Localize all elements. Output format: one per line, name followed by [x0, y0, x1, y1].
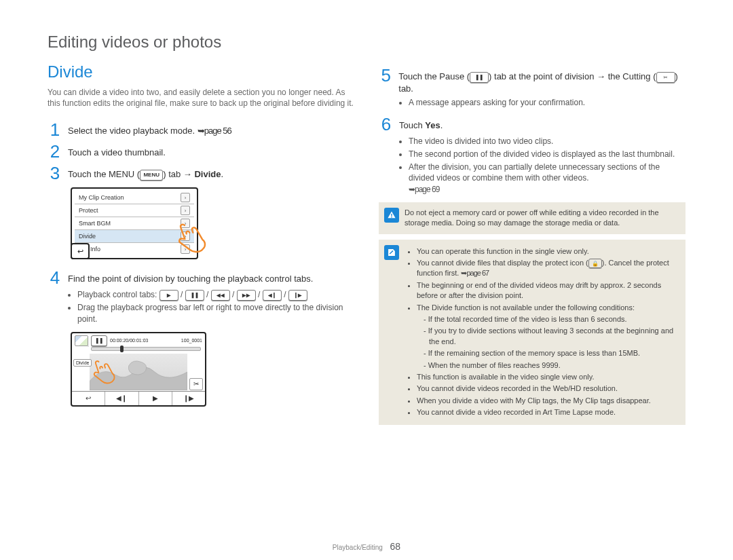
playback-control-tab-icon: ◀◀	[211, 290, 230, 301]
info-list: You can operate this function in the sin…	[405, 245, 679, 419]
progress-bar	[91, 347, 201, 351]
svg-point-2	[392, 250, 394, 252]
drag-progress-bullet: Drag the playback progress bar left or r…	[77, 302, 354, 325]
step-6-bold: Yes	[425, 120, 440, 130]
info-sub-bullet: When the number of files reaches 9999.	[429, 360, 679, 371]
svg-rect-0	[391, 214, 392, 217]
menu-row-label: Divide	[79, 233, 96, 240]
info-bullet: You can operate this function in the sin…	[417, 246, 679, 257]
step-6: 6 Touch Yes.	[379, 115, 685, 133]
step-3-mid: ) tab →	[163, 169, 194, 179]
menu-row: Protect›	[75, 204, 194, 217]
warning-text: Do not eject a memory card or power off …	[405, 208, 679, 229]
right-column: 5 Touch the Pause (❚❚) tab at the point …	[379, 62, 685, 430]
playback-control-tab-icon: ❚❚	[185, 290, 204, 301]
step-6-post: .	[440, 120, 443, 130]
playback-control-tab-icon: ▶	[159, 290, 178, 301]
step-text: Touch the MENU (MENU) tab → Divide.	[68, 164, 223, 181]
menu-row: My Clip Creation›	[75, 191, 194, 204]
two-column-layout: Divide You can divide a video into two, …	[48, 62, 685, 430]
step-1-text: Select the video playback mode.	[68, 126, 198, 136]
step-text: Touch a video thumbnail.	[68, 143, 166, 159]
step-number: 6	[379, 115, 394, 133]
info-bullet: The beginning or end of the divided vide…	[417, 280, 679, 301]
step-number: 2	[48, 143, 62, 160]
step-5-pre: Touch the Pause (	[398, 71, 470, 81]
section-heading: Divide	[48, 62, 354, 81]
svg-rect-1	[391, 217, 392, 217]
bullet-prefix: Playback control tabs:	[77, 290, 159, 299]
menu-screenshot: My Clip Creation›Protect›Smart BGM›Divid…	[71, 187, 198, 259]
pc-play-icon: ▶	[139, 392, 172, 405]
chevron-right-icon: ›	[181, 193, 190, 202]
playback-control-tab-icon: ◀❙	[263, 290, 282, 301]
info-bullet: You cannot divide files that display the…	[417, 258, 679, 279]
playback-control-tab-icon: ▶▶	[237, 290, 256, 301]
info-note: You can operate this function in the sin…	[379, 240, 685, 425]
info-bullet: The Divide function is not available und…	[417, 303, 679, 371]
footer-section: Playback/Editing	[333, 544, 383, 551]
info-sub-list: If the total recorded time of the video …	[417, 314, 679, 371]
step-3-pre: Touch the MENU (	[68, 169, 140, 179]
step-6-bullet: The second portion of the divided video …	[409, 149, 685, 160]
info-bullet: This function is available in the video …	[417, 372, 679, 382]
scissor-icon: ✂	[189, 378, 203, 390]
page-title: Editing videos or photos	[48, 33, 685, 52]
info-sub-bullet: If you try to divide sections without le…	[429, 326, 679, 347]
info-sub-bullet: If the total recorded time of the video …	[429, 314, 679, 324]
pause-tab-icon: ❚❚	[470, 72, 489, 83]
step-text: Select the video playback mode. ➥page 56	[68, 121, 231, 137]
step-5-mid: ) tab at the point of division → the Cut…	[489, 71, 656, 81]
step-text: Touch Yes.	[399, 115, 443, 132]
step-number: 4	[48, 269, 62, 286]
info-bullet: You cannot divide videos recorded in the…	[417, 384, 679, 394]
step-2: 2 Touch a video thumbnail.	[48, 143, 354, 160]
step-6-bullets: The video is divided into two video clip…	[398, 136, 685, 195]
info-bullet: You cannot divide a video recorded in Ar…	[417, 407, 679, 417]
playback-controls-bar: ↩ ◀❙ ▶ ❙▶	[72, 391, 205, 405]
page-ref: ➥page 69	[409, 185, 439, 194]
step-text: Find the point of division by touching t…	[68, 269, 313, 285]
pause-indicator-icon: ❚❚	[91, 335, 107, 346]
step-6-bullet-text: After the division, you can partially de…	[409, 162, 660, 183]
info-sub-bullet: If the remaining section of the memory s…	[429, 348, 679, 358]
step-4-bullets: Playback control tabs: ▶ / ❚❚ / ◀◀ / ▶▶ …	[67, 289, 354, 324]
pointing-hand-icon	[169, 216, 214, 267]
step-3: 3 Touch the MENU (MENU) tab → Divide.	[48, 164, 354, 182]
step-6-pre: Touch	[399, 120, 425, 130]
page-footer: Playback/Editing 68	[0, 541, 733, 552]
step-6-bullet: After the division, you can partially de…	[409, 162, 685, 195]
warning-icon	[384, 208, 399, 223]
progress-knob	[120, 346, 124, 352]
menu-row-label: Smart BGM	[79, 220, 111, 227]
step-text: Touch the Pause (❚❚) tab at the point of…	[398, 67, 685, 94]
menu-tab-icon: MENU	[140, 170, 163, 181]
step-number: 3	[48, 164, 62, 182]
step-6-bullet: The video is divided into two video clip…	[409, 136, 685, 147]
playback-counter: 00:00:20/00:01:03	[110, 338, 148, 343]
pc-next-icon: ❙▶	[172, 392, 205, 405]
left-column: Divide You can divide a video into two, …	[48, 62, 354, 430]
step-5: 5 Touch the Pause (❚❚) tab at the point …	[379, 67, 685, 94]
menu-row-label: My Clip Creation	[79, 194, 124, 201]
page-number: 68	[390, 541, 401, 552]
page-ref: ➥page 56	[198, 126, 231, 136]
playback-top-bar: ❚❚ 00:00:20/00:01:03 100_0001	[75, 335, 202, 346]
intro-paragraph: You can divide a video into two, and eas…	[48, 87, 354, 109]
step-number: 5	[379, 67, 393, 84]
step-5-bullets: A message appears asking for your confir…	[398, 97, 685, 109]
menu-row-label: Protect	[79, 207, 98, 214]
playback-screenshot: ❚❚ 00:00:20/00:01:03 100_0001 Divide	[71, 332, 206, 407]
protect-lock-icon: 🔒	[588, 259, 602, 268]
playback-filename: 100_0001	[181, 338, 202, 343]
info-icon	[384, 245, 399, 260]
playback-progress	[91, 347, 201, 351]
back-icon: ↩	[71, 243, 90, 259]
pc-prev-icon: ◀❙	[105, 392, 138, 405]
step-3-post: .	[221, 169, 223, 179]
chevron-right-icon: ›	[181, 206, 190, 215]
thumbnail-icon	[75, 335, 88, 346]
playback-control-tabs-bullet: Playback control tabs: ▶ / ❚❚ / ◀◀ / ▶▶ …	[77, 289, 354, 301]
info-bullet: When you divide a video with My Clip tag…	[417, 396, 679, 406]
page-ref: ➥page 67	[461, 269, 489, 277]
